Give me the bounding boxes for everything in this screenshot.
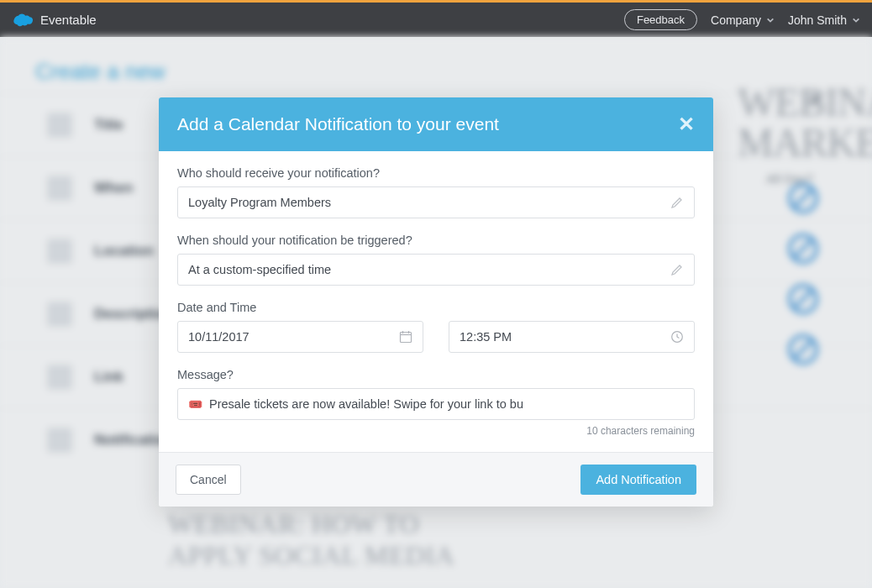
company-label: Company [711, 13, 761, 27]
who-label: Who should receive your notification? [177, 166, 695, 180]
close-icon[interactable]: ✕ [678, 113, 695, 136]
company-dropdown[interactable]: Company [711, 13, 775, 27]
pencil-icon [670, 263, 684, 276]
message-value: Presale tickets are now available! Swipe… [209, 397, 523, 411]
time-input[interactable]: 12:35 PM [449, 321, 695, 353]
modal-overlay: Add a Calendar Notification to your even… [0, 37, 872, 588]
cancel-button[interactable]: Cancel [176, 465, 241, 495]
trigger-select[interactable]: At a custom-specified time [177, 254, 695, 286]
user-name: John Smith [788, 13, 847, 27]
message-label: Message? [177, 368, 695, 381]
add-notification-button[interactable]: Add Notification [580, 465, 696, 495]
modal-header: Add a Calendar Notification to your even… [159, 97, 713, 151]
chevron-down-icon [852, 16, 860, 24]
feedback-button[interactable]: Feedback [624, 9, 697, 30]
brand: Eventable [12, 13, 97, 28]
chevron-down-icon [766, 16, 775, 24]
ticket-icon: 🎟️ [188, 397, 202, 411]
message-input[interactable]: 🎟️ Presale tickets are now available! Sw… [177, 388, 695, 420]
calendar-icon [399, 330, 412, 344]
salesforce-cloud-icon [12, 13, 34, 28]
svg-rect-0 [401, 333, 412, 343]
modal-footer: Cancel Add Notification [159, 452, 713, 507]
who-value: Loyalty Program Members [188, 196, 331, 209]
top-nav: Eventable Feedback Company John Smith [0, 3, 872, 37]
trigger-value: At a custom-specified time [188, 263, 331, 276]
modal-title: Add a Calendar Notification to your even… [177, 114, 499, 134]
time-value: 12:35 PM [460, 330, 512, 344]
clock-icon [670, 330, 684, 344]
who-select[interactable]: Loyalty Program Members [177, 186, 695, 218]
datetime-label: Date and Time [177, 301, 695, 314]
pencil-icon [670, 196, 684, 209]
user-dropdown[interactable]: John Smith [788, 13, 860, 27]
date-input[interactable]: 10/11/2017 [177, 321, 423, 353]
date-value: 10/11/2017 [188, 330, 250, 344]
notification-modal: Add a Calendar Notification to your even… [159, 97, 713, 507]
brand-name: Eventable [40, 13, 97, 27]
trigger-label: When should your notification be trigger… [177, 234, 695, 247]
char-remaining: 10 characters remaining [177, 425, 695, 437]
